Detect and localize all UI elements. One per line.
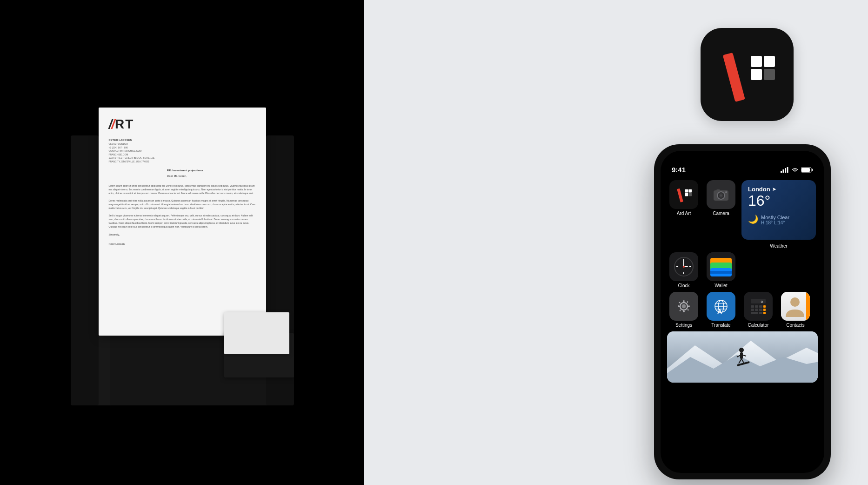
svg-rect-0 [723,53,745,102]
app-icon-svg [714,47,780,102]
svg-rect-10 [801,168,810,172]
camera-icon [707,180,735,209]
svg-point-41 [682,304,686,308]
app-item-contacts[interactable]: Contacts [779,292,812,328]
svg-text:A: A [717,308,722,315]
settings-icon [669,292,698,321]
camera-svg [713,188,729,202]
svg-rect-3 [751,69,762,80]
logo-slash: // [109,117,114,132]
logo-text: RT [115,117,134,132]
svg-rect-64 [806,292,810,321]
svg-point-65 [790,297,800,307]
doc-signature: Peter Larssen [109,242,256,245]
svg-point-67 [739,348,744,352]
svg-rect-12 [677,189,683,202]
weather-label: Weather [770,243,788,249]
doc-re: RE: Investment projections [167,169,256,172]
svg-rect-11 [812,168,813,171]
ardart-small-icon [674,187,693,202]
document: // RT PETER LARSSEN CEO & FOUNDER +1 (23… [99,108,266,336]
battery-icon [801,167,813,173]
wallet-label: Wallet [714,283,727,288]
doc-body-2: Donec malesuada orci vitae nulla accumsa… [109,199,256,210]
svg-rect-5 [781,171,782,173]
signal-icon [781,167,789,173]
svg-rect-56 [751,309,754,311]
svg-rect-7 [785,168,786,173]
weather-city: London ➤ [748,186,809,193]
phone-screen: 9:41 [661,151,824,473]
svg-rect-59 [763,309,766,311]
doc-sincerely: Sincerely, [109,233,256,236]
camera-label: Camera [713,211,729,216]
svg-rect-61 [759,312,762,314]
app-item-wallet[interactable]: Wallet [704,252,738,288]
status-icons [781,167,813,173]
svg-rect-6 [783,169,784,173]
app-item-clock[interactable]: Clock [667,252,701,288]
svg-rect-21 [716,189,720,191]
photo-strip-svg [667,331,818,383]
weather-temperature: 16° [748,193,809,209]
app-item-translate[interactable]: A Translate [704,292,738,328]
app-item-calculator[interactable]: 0 [741,292,775,328]
doc-body-3: Sed id augue vitae uma euismod commodo a… [109,214,256,229]
wallet-svg [707,252,735,281]
contacts-svg [781,292,810,321]
contacts-label: Contacts [786,323,804,328]
weather-moon-icon: 🌙 [748,214,758,224]
doc-dear: Dear Mr. Green, [167,175,256,177]
svg-rect-52 [751,305,754,308]
contacts-icon [781,292,810,321]
doc-body-1: Lorem ipsum dolor sit amet, consectetur … [109,184,256,195]
translate-label: Translate [711,323,730,328]
calculator-icon: 0 [744,292,773,321]
svg-point-20 [720,195,722,197]
svg-rect-58 [759,309,762,311]
document-logo: // RT [109,117,256,132]
svg-rect-15 [685,193,688,196]
svg-rect-60 [751,312,758,314]
svg-rect-1 [751,56,762,67]
svg-rect-36 [710,271,732,274]
calculator-svg: 0 [748,296,768,317]
clock-svg [674,256,694,277]
svg-rect-16 [688,193,692,196]
svg-rect-2 [764,56,775,67]
business-card-white [224,312,289,354]
svg-rect-50 [751,299,766,303]
svg-rect-53 [755,305,758,308]
weather-widget-container[interactable]: London ➤ 16° 🌙 Mostly Clear H:18° L:14° [741,180,816,249]
app-item-ardart[interactable]: Ard Art [667,180,701,216]
status-time: 9:41 [672,166,686,174]
svg-rect-8 [787,167,788,173]
wallet-icon [707,252,735,281]
folder-stack: // RT PETER LARSSEN CEO & FOUNDER +1 (23… [61,80,303,405]
svg-rect-14 [688,189,692,193]
folder-front-left [71,135,99,405]
svg-rect-13 [685,189,688,193]
ardart-icon [669,180,698,209]
app-icon-large [701,28,794,121]
left-panel: // RT PETER LARSSEN CEO & FOUNDER +1 (23… [0,0,364,485]
app-item-settings[interactable]: Settings [667,292,701,328]
app-item-camera[interactable]: Camera [704,180,738,216]
right-panel: 9:41 [364,0,868,485]
home-screen: Ard Art [661,176,824,386]
weather-widget: London ➤ 16° 🌙 Mostly Clear H:18° L:14° [741,180,816,240]
svg-point-22 [725,191,727,193]
ardart-label: Ard Art [677,211,691,216]
svg-point-31 [683,266,685,268]
phone-mockup: 9:41 [654,144,831,479]
svg-rect-4 [764,69,775,80]
svg-text:0: 0 [761,300,763,304]
settings-svg [674,297,693,316]
clock-icon [669,252,698,281]
photo-strip [667,331,818,383]
weather-range: H:18° L:14° [761,220,789,225]
calculator-label: Calculator [748,323,768,328]
translate-svg: A [711,296,731,317]
svg-rect-55 [763,305,766,308]
svg-rect-57 [755,309,758,311]
